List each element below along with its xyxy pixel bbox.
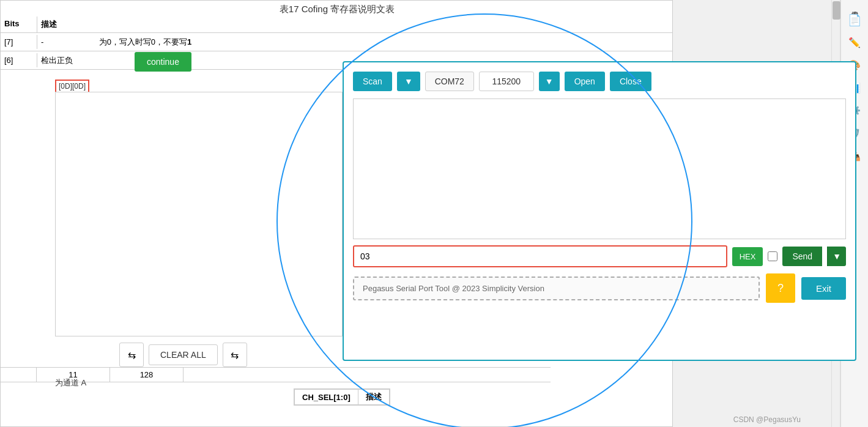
right-arrow-icon: ⇆ (231, 349, 239, 361)
table-header-row: Bits 描述 (1, 17, 672, 33)
bottom-buttons-area: ⇆ CLEAR ALL ⇆ (119, 343, 247, 367)
left-arrow-icon: ⇆ (128, 349, 136, 361)
chevron-down-icon: ▼ (404, 76, 413, 86)
baud-rate-input[interactable] (479, 72, 534, 91)
sidebar-search-label: 搜索 (848, 3, 862, 8)
toolbar-row: Scan ▼ ▼ Open Close (353, 72, 846, 91)
bits-cell: [7] (1, 35, 37, 49)
table-title: 表17 Cofing 寄存器说明文表 (1, 2, 673, 17)
open-button[interactable]: Open (565, 72, 605, 91)
baud-chevron-icon: ▼ (545, 76, 554, 86)
com-port-input[interactable] (425, 72, 474, 91)
receive-area[interactable] (353, 98, 846, 239)
main-textarea[interactable] (56, 92, 342, 336)
inner-header-1: CH_SEL[1:0] (295, 390, 358, 405)
continue-button[interactable]: continue (135, 52, 191, 72)
col-desc-header: 描述 (37, 17, 672, 32)
watermark-text: CSDN @PegasusYu (733, 415, 801, 424)
scan-button[interactable]: Scan (353, 72, 392, 91)
table-row: [7] - 为0，写入时写0，不要写1 (1, 33, 672, 51)
bits-bottom-cell (0, 368, 37, 382)
inner-header-2: 描述 (358, 390, 389, 405)
dash-label: - (41, 37, 43, 46)
scan-dropdown-button[interactable]: ▼ (397, 72, 420, 91)
serial-panel: Scan ▼ ▼ Open Close HEX Send ▼ Pegasus S… (343, 61, 856, 361)
send-input[interactable] (353, 245, 727, 267)
send-dropdown-button[interactable]: ▼ (827, 247, 846, 266)
right-arrow-button[interactable]: ⇆ (223, 343, 247, 367)
bits-cell: [6] (1, 53, 37, 67)
serial-bottom-row: Pegasus Serial Port Tool @ 2023 Simplici… (353, 273, 846, 303)
status-text: Pegasus Serial Port Tool @ 2023 Simplici… (353, 277, 760, 300)
exit-button[interactable]: Exit (801, 277, 846, 300)
help-button[interactable]: ? (766, 273, 795, 303)
close-button[interactable]: Close (610, 72, 651, 91)
doc-icon: 📄 (848, 13, 861, 27)
send-chevron-icon: ▼ (833, 251, 841, 261)
hex-button[interactable]: HEX (732, 247, 763, 266)
hex-checkbox[interactable] (768, 251, 777, 261)
left-panel: [0D][0D] (55, 80, 343, 336)
inner-table: CH_SEL[1:0] 描述 (294, 388, 390, 406)
desc-cell: - 为0，写入时写0，不要写1 (37, 34, 672, 50)
send-row: HEX Send ▼ (353, 245, 846, 267)
question-mark-icon: ? (777, 282, 784, 295)
col-bits-header: Bits (1, 17, 37, 32)
value2-bottom-cell: 128 (110, 368, 184, 382)
left-arrow-button[interactable]: ⇆ (119, 343, 144, 367)
sidebar-icon-1[interactable]: 📄 (844, 9, 866, 31)
channel-label: 为通道 A (55, 377, 86, 388)
text-area-container (55, 92, 343, 336)
baud-dropdown-button[interactable]: ▼ (539, 72, 560, 91)
input-tag-label: [0D][0D] (55, 80, 89, 93)
clear-all-button[interactable]: CLEAR ALL (149, 344, 218, 365)
edit-icon: ✏️ (848, 37, 861, 48)
continue-area: continue (135, 52, 191, 72)
scrollbar-thumb[interactable] (833, 1, 840, 20)
sidebar-icon-2[interactable]: ✏️ (844, 32, 866, 53)
note-label: 为0，写入时写0，不要写1 (99, 37, 192, 46)
send-button[interactable]: Send (782, 247, 822, 266)
